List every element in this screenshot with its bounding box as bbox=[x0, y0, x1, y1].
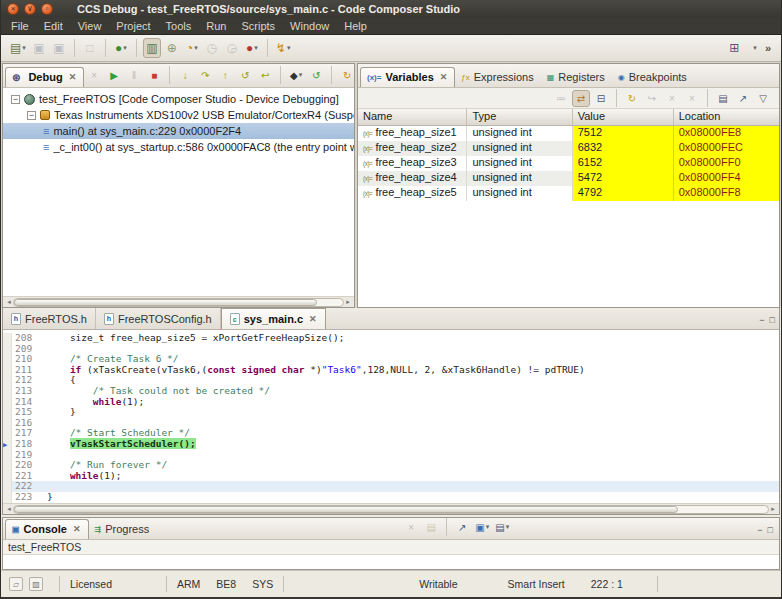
show-type-names-icon[interactable]: ≔ bbox=[552, 90, 570, 107]
show-logical-structure-icon[interactable]: ⇄ bbox=[572, 90, 590, 107]
minimize-window-button[interactable]: ∨ bbox=[24, 3, 36, 15]
menu-run[interactable]: Run bbox=[206, 20, 226, 32]
variable-row[interactable]: (x)=free_heap_size3unsigned int61520x080… bbox=[358, 156, 779, 171]
debug-hscrollbar[interactable]: ◂ ▸ bbox=[3, 296, 354, 307]
variable-row[interactable]: (x)=free_heap_size1unsigned int75120x080… bbox=[358, 126, 779, 141]
maximize-view-icon[interactable]: □ bbox=[770, 315, 775, 325]
editor-tab-freertosconfig-h[interactable]: hFreeRTOSConfig.h bbox=[96, 308, 221, 329]
editor-mark-icon[interactable]: ▱ bbox=[9, 577, 23, 591]
debug-tree-row[interactable]: ≡main() at sys_main.c:229 0x0000F2F4 bbox=[3, 123, 354, 139]
column-header-value[interactable]: Value bbox=[573, 109, 674, 125]
code-line[interactable]: 208 size_t free_heap_size5 = xPortGetFre… bbox=[3, 333, 779, 344]
tab-debug[interactable]: ⊛ Debug ✕ bbox=[5, 67, 84, 87]
open-console-dropdown-icon[interactable]: ▾ bbox=[506, 523, 510, 531]
variable-row[interactable]: (x)=free_heap_size5unsigned int47920x080… bbox=[358, 186, 779, 201]
restart-icon[interactable]: ◆▾ bbox=[287, 67, 305, 84]
menu-tools[interactable]: Tools bbox=[166, 20, 192, 32]
debug-icon[interactable]: ●▾ bbox=[112, 38, 130, 58]
step-return-icon[interactable]: ↑ bbox=[216, 67, 234, 84]
tree-expander-icon[interactable]: − bbox=[27, 111, 36, 120]
minimize-view-icon[interactable]: − bbox=[757, 525, 762, 535]
assembly-step-icon[interactable]: ↩ bbox=[256, 67, 274, 84]
code-line[interactable]: 215 } bbox=[3, 407, 779, 418]
view-menu-icon[interactable]: ▽ bbox=[754, 90, 772, 107]
clear-console-icon[interactable]: × bbox=[402, 519, 420, 536]
link-icon[interactable]: ⊕ bbox=[163, 38, 181, 58]
code-line[interactable]: ▶218 vTaskStartScheduler(); bbox=[3, 439, 779, 450]
connect-target-icon[interactable]: ▥ bbox=[143, 38, 161, 58]
new-expression-icon[interactable]: ▤ bbox=[714, 90, 732, 107]
scroll-right-icon[interactable]: ▸ bbox=[769, 505, 777, 513]
column-header-name[interactable]: Name bbox=[358, 109, 467, 125]
counter-a-icon[interactable]: ◷ bbox=[203, 38, 221, 58]
profile-clock-icon[interactable]: ◔▾ bbox=[183, 38, 201, 58]
new-icon[interactable]: ▤▾ bbox=[8, 38, 28, 58]
display-selected-icon[interactable]: ▣▾ bbox=[473, 519, 491, 536]
terminate-icon[interactable]: ■ bbox=[145, 67, 163, 84]
debug-tree-row[interactable]: −test_FreeRTOS [Code Composer Studio - D… bbox=[3, 91, 354, 107]
pin-view-icon[interactable]: ↗ bbox=[734, 90, 752, 107]
new-dropdown-icon[interactable]: ▾ bbox=[22, 44, 26, 52]
toolbar-overflow-chevron[interactable]: » bbox=[765, 42, 771, 54]
refresh-icon[interactable]: ↻ bbox=[623, 90, 641, 107]
flash-icon[interactable]: ↯▾ bbox=[274, 38, 293, 58]
tab-breakpoints[interactable]: ◉Breakpoints bbox=[612, 68, 694, 87]
close-window-button[interactable]: × bbox=[7, 3, 19, 15]
scroll-track[interactable] bbox=[13, 298, 344, 307]
scroll-left-icon[interactable]: ◂ bbox=[5, 298, 13, 306]
close-icon[interactable]: ✕ bbox=[73, 524, 81, 534]
column-header-location[interactable]: Location bbox=[674, 109, 779, 125]
console-output[interactable] bbox=[3, 555, 779, 569]
tab-registers[interactable]: ▦Registers bbox=[541, 68, 612, 87]
editor-tab-sys_main-c[interactable]: csys_main.c✕ bbox=[221, 308, 326, 329]
editor-hscrollbar[interactable]: ◂ ▸ bbox=[3, 503, 779, 514]
menu-window[interactable]: Window bbox=[290, 20, 329, 32]
breakpoint-dropdown-icon[interactable]: ▾ bbox=[254, 44, 258, 52]
code-line[interactable]: 221 while(1); bbox=[3, 471, 779, 482]
minimize-view-icon[interactable]: − bbox=[759, 315, 764, 325]
step-into-icon[interactable]: ↓ bbox=[176, 67, 194, 84]
editor-tab-freertos-h[interactable]: hFreeRTOS.h bbox=[3, 308, 96, 329]
profile-clock-dropdown-icon[interactable]: ▾ bbox=[194, 44, 198, 52]
code-editor[interactable]: 208 size_t free_heap_size5 = xPortGetFre… bbox=[3, 330, 779, 503]
code-line[interactable]: 222 bbox=[3, 481, 779, 492]
scroll-thumb[interactable] bbox=[14, 506, 678, 513]
step-back-icon[interactable]: ↺ bbox=[236, 67, 254, 84]
editor-overwrite-icon[interactable]: ▨ bbox=[29, 577, 43, 591]
display-selected-dropdown-icon[interactable]: ▾ bbox=[486, 523, 490, 531]
menu-file[interactable]: File bbox=[11, 20, 29, 32]
reset-cpu-icon[interactable]: ↺ bbox=[307, 67, 325, 84]
open-console-icon[interactable]: ▤▾ bbox=[493, 519, 511, 536]
step-over-icon[interactable]: ↷ bbox=[196, 67, 214, 84]
menu-edit[interactable]: Edit bbox=[44, 20, 63, 32]
resume-icon[interactable]: ▶ bbox=[105, 67, 123, 84]
save-icon[interactable]: ▣ bbox=[30, 38, 48, 58]
variable-row[interactable]: (x)=free_heap_size2unsigned int68320x080… bbox=[358, 141, 779, 156]
menu-help[interactable]: Help bbox=[344, 20, 367, 32]
menu-view[interactable]: View bbox=[78, 20, 102, 32]
debug-tree-row[interactable]: −Texas Instruments XDS100v2 USB Emulator… bbox=[3, 107, 354, 123]
debug-dropdown-icon[interactable]: ▾ bbox=[123, 44, 127, 52]
close-icon[interactable]: ✕ bbox=[440, 72, 448, 82]
tab-console[interactable]: ▣Console✕ bbox=[5, 519, 89, 539]
maximize-view-icon[interactable]: □ bbox=[768, 525, 773, 535]
scroll-left-icon[interactable]: ◂ bbox=[5, 505, 13, 513]
open-perspective-icon[interactable]: ⊞ bbox=[725, 38, 743, 58]
close-icon[interactable]: ✕ bbox=[69, 72, 77, 82]
pin-console-icon[interactable]: ↗ bbox=[453, 519, 471, 536]
menu-project[interactable]: Project bbox=[116, 20, 150, 32]
save-all-icon[interactable]: ▣ bbox=[50, 38, 68, 58]
breakpoint-icon[interactable]: ●▾ bbox=[243, 38, 261, 58]
tab-expressions[interactable]: ƒxExpressions bbox=[455, 68, 540, 87]
remove-terminated-icon[interactable]: × bbox=[85, 67, 103, 84]
suspend-icon[interactable]: ‖ bbox=[125, 67, 143, 84]
remove-selected-icon[interactable]: × bbox=[663, 90, 681, 107]
debug-tree-row[interactable]: ≡_c_int00() at sys_startup.c:586 0x0000F… bbox=[3, 139, 354, 155]
collapse-all-icon[interactable]: ⊟ bbox=[592, 90, 610, 107]
perspective-dropdown-icon[interactable]: ▾ bbox=[753, 44, 757, 52]
scroll-right-icon[interactable]: ▸ bbox=[344, 298, 352, 306]
scroll-lock-icon[interactable]: ▤ bbox=[422, 519, 440, 536]
code-line[interactable]: 211 if (xTaskCreate(vTask6,(const signed… bbox=[3, 365, 779, 376]
flash-dropdown-icon[interactable]: ▾ bbox=[287, 44, 291, 52]
restart-dropdown-icon[interactable]: ▾ bbox=[299, 71, 303, 79]
